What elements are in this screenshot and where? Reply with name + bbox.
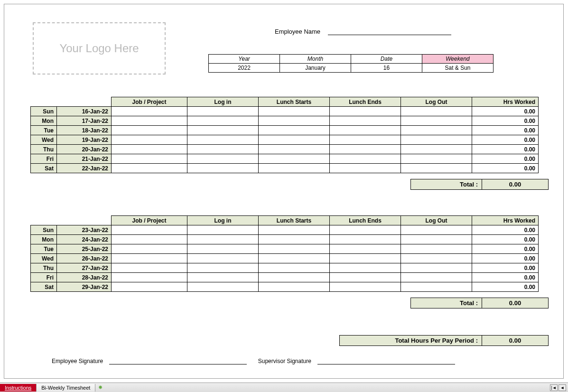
- lunch-end-input[interactable]: [330, 145, 401, 154]
- lunch-end-input[interactable]: [330, 116, 401, 126]
- login-input[interactable]: [187, 244, 259, 254]
- login-input[interactable]: [187, 254, 259, 263]
- lunch-end-input[interactable]: [330, 273, 401, 282]
- week2-block: Job / Project Log in Lunch Starts Lunch …: [30, 215, 549, 308]
- logout-input[interactable]: [401, 164, 472, 173]
- lunch-start-input[interactable]: [259, 164, 330, 173]
- meta-table: Year Month Date Weekend 2022 January 16 …: [208, 54, 494, 73]
- job-input[interactable]: [112, 164, 187, 173]
- logout-input[interactable]: [401, 116, 472, 126]
- lunch-end-input[interactable]: [330, 126, 401, 135]
- employee-name-line[interactable]: [328, 35, 451, 35]
- meta-value-year[interactable]: 2022: [209, 64, 280, 73]
- job-input[interactable]: [112, 244, 187, 254]
- lunch-end-input[interactable]: [330, 107, 401, 116]
- lunch-start-input[interactable]: [259, 263, 330, 273]
- lunch-start-input[interactable]: [259, 145, 330, 154]
- tab-biweekly-timesheet[interactable]: Bi-Weekly Timesheet: [37, 384, 95, 392]
- job-input[interactable]: [112, 282, 187, 292]
- logout-input[interactable]: [401, 225, 472, 235]
- tab-instructions[interactable]: Instructions: [0, 384, 37, 392]
- timesheet-page: Your Logo Here Employee Name Year Month …: [4, 4, 564, 379]
- job-input[interactable]: [112, 135, 187, 145]
- job-input[interactable]: [112, 225, 187, 235]
- logout-input[interactable]: [401, 263, 472, 273]
- logo-placeholder: Your Logo Here: [33, 22, 166, 75]
- lunch-start-input[interactable]: [259, 225, 330, 235]
- login-input[interactable]: [187, 154, 259, 164]
- logout-input[interactable]: [401, 254, 472, 263]
- grand-total-label: Total Hours Per Pay Period :: [340, 336, 482, 346]
- scroll-first-button[interactable]: |◄: [550, 384, 558, 391]
- supervisor-signature-line[interactable]: [317, 364, 455, 364]
- week2-total: Total : 0.00: [410, 298, 549, 308]
- lunch-start-input[interactable]: [259, 116, 330, 126]
- login-input[interactable]: [187, 273, 259, 282]
- login-input[interactable]: [187, 135, 259, 145]
- job-input[interactable]: [112, 254, 187, 263]
- meta-value-date[interactable]: 16: [351, 64, 422, 73]
- logout-input[interactable]: [401, 235, 472, 244]
- job-input[interactable]: [112, 126, 187, 135]
- date-cell: 19-Jan-22: [57, 135, 112, 145]
- login-input[interactable]: [187, 235, 259, 244]
- employee-signature-line[interactable]: [109, 364, 247, 364]
- logout-input[interactable]: [401, 145, 472, 154]
- hrs-worked: 0.00: [472, 282, 539, 292]
- logout-input[interactable]: [401, 154, 472, 164]
- lunch-end-input[interactable]: [330, 254, 401, 263]
- lunch-end-input[interactable]: [330, 154, 401, 164]
- logout-input[interactable]: [401, 282, 472, 292]
- lunch-start-input[interactable]: [259, 282, 330, 292]
- lunch-start-input[interactable]: [259, 273, 330, 282]
- col-hrs: Hrs Worked: [472, 216, 539, 225]
- lunch-start-input[interactable]: [259, 126, 330, 135]
- lunch-start-input[interactable]: [259, 107, 330, 116]
- job-input[interactable]: [112, 154, 187, 164]
- new-sheet-icon[interactable]: ✸: [95, 384, 105, 391]
- login-input[interactable]: [187, 282, 259, 292]
- blank: [31, 216, 57, 225]
- login-input[interactable]: [187, 107, 259, 116]
- lunch-end-input[interactable]: [330, 164, 401, 173]
- job-input[interactable]: [112, 273, 187, 282]
- date-cell: 28-Jan-22: [57, 273, 112, 282]
- meta-value-month[interactable]: January: [280, 64, 351, 73]
- lunch-end-input[interactable]: [330, 135, 401, 145]
- lunch-end-input[interactable]: [330, 282, 401, 292]
- job-input[interactable]: [112, 263, 187, 273]
- logout-input[interactable]: [401, 135, 472, 145]
- job-input[interactable]: [112, 235, 187, 244]
- lunch-start-input[interactable]: [259, 135, 330, 145]
- week1-total-value: 0.00: [482, 179, 549, 190]
- login-input[interactable]: [187, 145, 259, 154]
- lunch-end-input[interactable]: [330, 225, 401, 235]
- week1-total: Total : 0.00: [410, 179, 549, 190]
- date-cell: 27-Jan-22: [57, 263, 112, 273]
- lunch-start-input[interactable]: [259, 254, 330, 263]
- scroll-prev-button[interactable]: ◄: [559, 384, 566, 391]
- meta-value-weekend[interactable]: Sat & Sun: [422, 64, 494, 73]
- lunch-end-input[interactable]: [330, 244, 401, 254]
- login-input[interactable]: [187, 225, 259, 235]
- blank: [31, 97, 57, 107]
- login-input[interactable]: [187, 164, 259, 173]
- job-input[interactable]: [112, 145, 187, 154]
- logout-input[interactable]: [401, 273, 472, 282]
- job-input[interactable]: [112, 116, 187, 126]
- lunch-end-input[interactable]: [330, 263, 401, 273]
- lunch-end-input[interactable]: [330, 235, 401, 244]
- login-input[interactable]: [187, 263, 259, 273]
- lunch-start-input[interactable]: [259, 244, 330, 254]
- col-lunch-end: Lunch Ends: [330, 216, 401, 225]
- table-row: Tue25-Jan-220.00: [31, 244, 539, 254]
- lunch-start-input[interactable]: [259, 235, 330, 244]
- login-input[interactable]: [187, 116, 259, 126]
- login-input[interactable]: [187, 126, 259, 135]
- job-input[interactable]: [112, 107, 187, 116]
- logout-input[interactable]: [401, 244, 472, 254]
- logout-input[interactable]: [401, 126, 472, 135]
- lunch-start-input[interactable]: [259, 154, 330, 164]
- logout-input[interactable]: [401, 107, 472, 116]
- date-cell: 29-Jan-22: [57, 282, 112, 292]
